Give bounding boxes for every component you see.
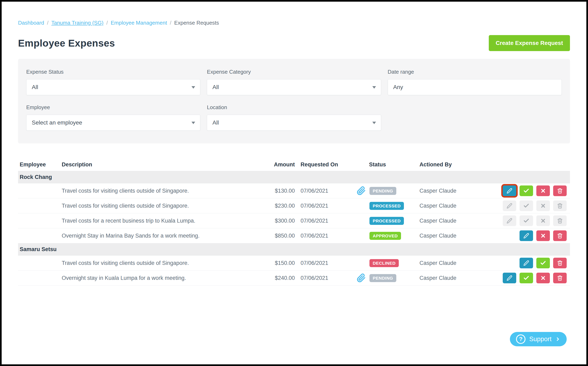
breadcrumb-tanuma-training[interactable]: Tanuma Training (SG) [51,20,103,26]
pencil-icon [506,218,512,224]
date-range-value: Any [393,84,403,91]
location-value: All [212,119,219,126]
filter-panel: Expense Status All Expense Category All … [18,59,570,143]
check-icon [523,218,529,224]
chevron-right-icon [555,336,560,343]
approve-button[interactable] [520,273,533,283]
approve-button[interactable] [536,258,550,268]
status-badge: PENDING [369,274,396,282]
delete-button[interactable] [553,230,567,241]
trash-icon [557,188,563,194]
check-icon [523,275,529,281]
status-badge: APPROVED [369,232,401,240]
edit-button [503,200,516,211]
status-cell: PROCESSED [349,217,416,225]
date-range-input[interactable]: Any [388,79,562,95]
create-expense-request-button[interactable]: Create Expense Request [489,35,570,51]
expense-status-value: All [32,84,38,91]
attachment-slot [357,186,369,196]
description-cell: Travel costs for a recent business trip … [62,218,262,224]
decline-button[interactable] [536,273,550,283]
delete-button [553,200,567,211]
date-range-label: Date range [388,69,562,75]
edit-button[interactable] [503,185,516,196]
column-header-status: Status [349,161,416,168]
delete-button[interactable] [553,185,567,196]
amount-cell: $300.00 [262,218,297,224]
requested-on-cell: 07/06/2021 [297,275,349,281]
amount-cell: $850.00 [262,233,297,239]
delete-button[interactable] [553,258,567,268]
employee-value: Select an employee [32,119,82,126]
edit-button[interactable] [503,273,516,283]
table-header-row: Employee Description Amount Requested On… [18,158,570,171]
breadcrumb-separator: / [47,20,48,26]
app-window: Dashboard / Tanuma Training (SG) / Emplo… [0,0,588,366]
trash-icon [557,233,563,239]
decline-button[interactable] [536,185,550,196]
question-mark-icon: ? [516,334,525,344]
status-cell: DECLINED [349,259,416,267]
table-row: Overnight stay in Kuala Lumpa for a work… [18,270,570,285]
paperclip-icon [357,273,366,283]
check-icon [540,260,546,266]
filter-expense-status: Expense Status All [26,69,200,95]
attachment-slot [357,273,369,283]
breadcrumb-expense-requests: Expense Requests [174,20,219,26]
status-cell: PENDING [349,273,416,283]
pencil-icon [523,260,529,266]
column-header-actioned-by: Actioned By [416,161,488,168]
decline-button [536,215,550,226]
status-cell: APPROVED [349,232,416,240]
chevron-down-icon [372,86,376,89]
actioned-by-cell: Casper Claude [416,275,488,281]
expense-status-select[interactable]: All [26,79,200,95]
edit-button[interactable] [520,258,533,268]
approve-button [520,215,533,226]
employee-select[interactable]: Select an employee [26,115,200,131]
delete-button[interactable] [553,273,567,283]
trash-icon [557,203,563,209]
chevron-down-icon [372,122,376,124]
table-row: Travel costs for a recent business trip … [18,213,570,228]
approve-button [520,200,533,211]
row-actions [488,230,570,241]
expense-category-select[interactable]: All [207,79,381,95]
breadcrumb-separator: / [106,20,108,26]
edit-button [503,215,516,226]
row-actions [488,200,570,211]
chevron-down-icon [192,122,195,124]
edit-button[interactable] [520,230,533,241]
breadcrumb-employee-management[interactable]: Employee Management [111,20,167,26]
approve-button[interactable] [520,185,533,196]
column-header-employee: Employee [18,161,62,168]
location-select[interactable]: All [207,115,381,131]
decline-button[interactable] [536,230,550,241]
actioned-by-cell: Casper Claude [416,218,488,224]
amount-cell: $230.00 [262,203,297,209]
row-actions [488,258,570,268]
trash-icon [557,260,563,266]
description-cell: Overnight Stay in Marina Bay Sands for a… [62,233,262,239]
paperclip-icon [357,186,366,196]
row-actions [488,273,570,283]
description-cell: Overnight stay in Kuala Lumpa for a work… [62,275,262,281]
pencil-icon [506,203,512,209]
row-actions [488,215,570,226]
requested-on-cell: 07/06/2021 [297,188,349,194]
breadcrumb-dashboard[interactable]: Dashboard [18,20,44,26]
requested-on-cell: 07/06/2021 [297,233,349,239]
status-badge: DECLINED [369,259,399,267]
pencil-icon [506,188,512,194]
pencil-icon [506,275,512,281]
check-icon [523,203,529,209]
x-icon [540,188,546,194]
x-icon [540,203,546,209]
status-cell: PROCESSED [349,202,416,210]
employee-label: Employee [26,104,200,111]
table-row: Travel costs for visiting clients outsid… [18,198,570,213]
filter-location: Location All [207,104,381,131]
actioned-by-cell: Casper Claude [416,260,488,266]
support-button[interactable]: ? Support [510,332,567,346]
filter-date-range: Date range Any [388,69,562,95]
